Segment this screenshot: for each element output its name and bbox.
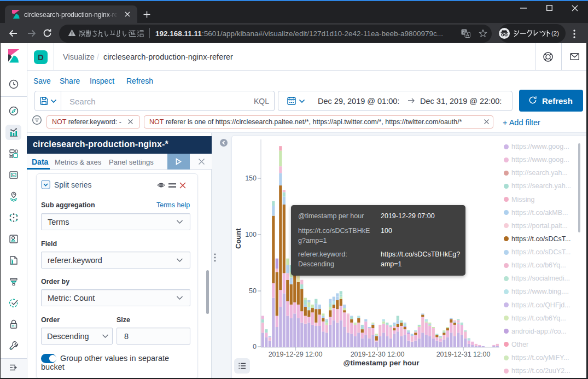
svg-text:(2): (2) xyxy=(551,30,559,37)
